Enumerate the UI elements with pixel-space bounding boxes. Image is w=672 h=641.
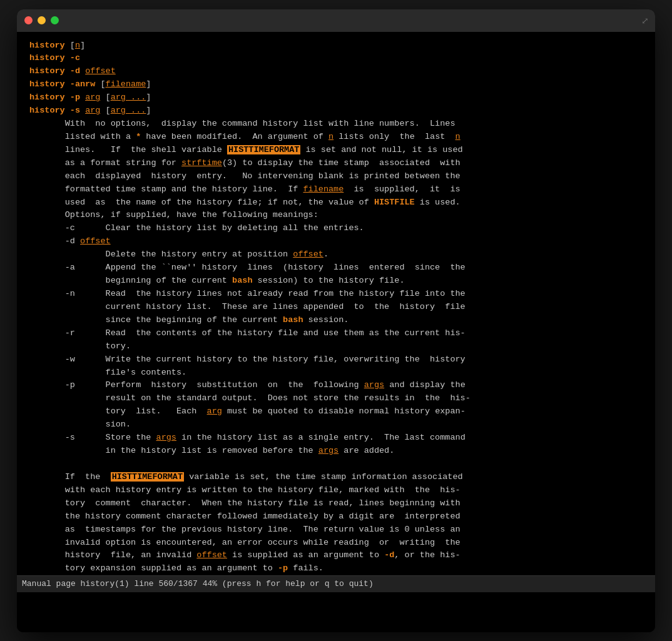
terminal-content[interactable]: history [n] history -c history -d offset… [17, 32, 655, 632]
maximize-button[interactable] [51, 16, 59, 24]
minimize-button[interactable] [38, 16, 46, 24]
blank1 [29, 458, 643, 471]
close-button[interactable] [24, 16, 33, 24]
opt-p: -p Perform history substitution on the f… [29, 379, 643, 432]
opt-a: -a Append the ``new'' history lines (his… [29, 261, 643, 288]
opt-w: -w Write the current history to the hist… [29, 353, 643, 380]
opt-s: -s Store the args in the history list as… [29, 432, 643, 458]
titlebar: ⤢ [17, 9, 655, 32]
expand-icon: ⤢ [641, 15, 649, 26]
line-history-s: history -s arg [arg ...] [29, 104, 643, 118]
line-history-anrw: history -anrw [filename] [29, 78, 643, 91]
para-intro: With no options, display the command his… [29, 118, 643, 222]
opt-n: -n Read the history lines not already re… [29, 288, 643, 327]
opt-r: -r Read the contents of the history file… [29, 327, 643, 353]
line-history-n: history [n] [29, 39, 643, 53]
status-bar: Manual page history(1) line 560/1367 44%… [17, 575, 655, 592]
para-histtimeformat: If the HISTTIMEFORMAT variable is set, t… [29, 471, 643, 575]
line-history-c: history -c [29, 52, 643, 65]
line-history-p: history -p arg [arg ...] [29, 91, 643, 104]
terminal-window: ⤢ history [n] history -c history -d offs… [17, 9, 655, 632]
opt-d: -d offset Delete the history entry at po… [29, 235, 643, 261]
line-history-d: history -d offset [29, 65, 643, 78]
man-page-content: history [n] history -c history -d offset… [17, 37, 655, 576]
opt-c: -c Clear the history list by deleting al… [29, 222, 643, 235]
